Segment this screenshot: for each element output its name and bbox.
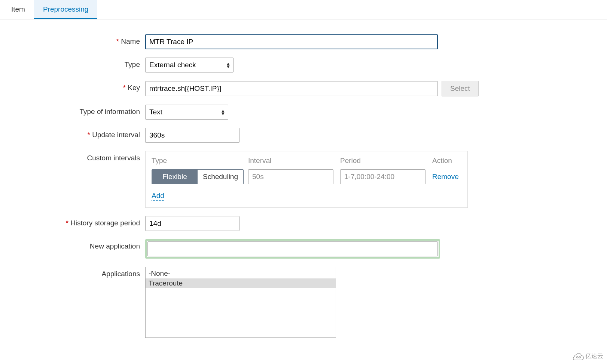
ci-interval-input[interactable] xyxy=(248,169,333,184)
item-form: Name Type ▴▾ Key Select Type of informat… xyxy=(0,19,607,338)
label-history: History storage period xyxy=(65,219,140,227)
label-new-app: New application xyxy=(90,242,140,250)
applications-list[interactable]: -None-Traceroute xyxy=(145,267,336,338)
label-applications: Applications xyxy=(102,270,140,278)
tab-preprocessing[interactable]: Preprocessing xyxy=(34,0,97,19)
type-select[interactable]: ▴▾ xyxy=(145,58,234,73)
tab-item[interactable]: Item xyxy=(2,0,34,19)
key-input[interactable] xyxy=(145,81,438,96)
seg-flexible[interactable]: Flexible xyxy=(152,170,198,184)
type-select-value[interactable] xyxy=(145,58,234,73)
type-of-info-value[interactable] xyxy=(145,105,228,120)
update-interval-input[interactable] xyxy=(145,128,240,143)
ci-header-type: Type xyxy=(152,157,248,165)
label-update-interval: Update interval xyxy=(88,131,140,139)
type-of-info-select[interactable]: ▴▾ xyxy=(145,105,228,120)
ci-remove-link[interactable]: Remove xyxy=(432,173,459,181)
app-option[interactable]: Traceroute xyxy=(146,278,336,288)
app-option[interactable]: -None- xyxy=(146,269,336,278)
name-input[interactable] xyxy=(145,34,438,49)
label-type: Type xyxy=(125,61,140,68)
ci-add-link[interactable]: Add xyxy=(152,192,164,201)
ci-header-action: Action xyxy=(432,157,461,165)
ci-type-segment[interactable]: Flexible Scheduling xyxy=(152,169,244,184)
ci-header-interval: Interval xyxy=(248,157,340,165)
label-type-of-info: Type of information xyxy=(79,108,140,115)
custom-intervals-box: Type Interval Period Action Flexible Sch… xyxy=(145,151,468,208)
history-input[interactable] xyxy=(145,216,240,231)
ci-header-period: Period xyxy=(340,157,432,165)
label-custom-intervals: Custom intervals xyxy=(87,154,140,162)
ci-row: Flexible Scheduling Remove xyxy=(152,169,461,184)
label-name: Name xyxy=(116,37,140,45)
label-key: Key xyxy=(123,84,140,92)
new-app-input[interactable] xyxy=(147,241,438,256)
select-button: Select xyxy=(442,81,479,96)
new-app-highlight xyxy=(145,239,440,259)
seg-scheduling[interactable]: Scheduling xyxy=(198,170,243,184)
ci-period-input[interactable] xyxy=(340,169,425,184)
tabs: Item Preprocessing xyxy=(0,0,607,19)
